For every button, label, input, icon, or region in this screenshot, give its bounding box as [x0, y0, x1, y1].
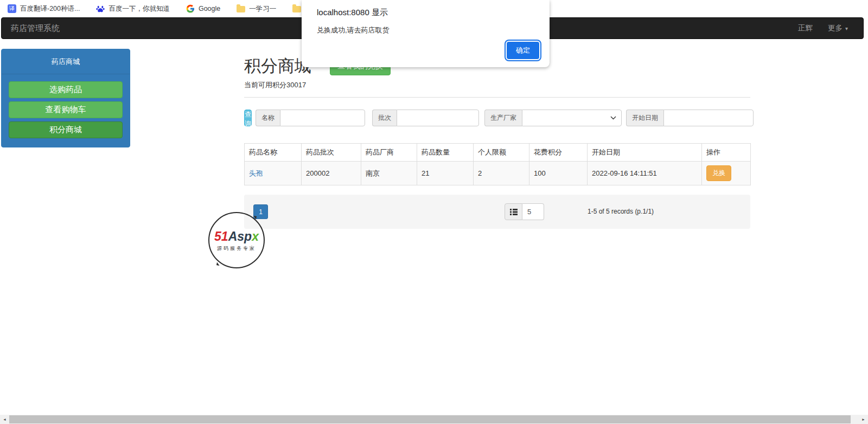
col-points-cost: 花费积分 [529, 144, 588, 162]
batch-filter-input[interactable] [397, 110, 479, 126]
alert-ok-button[interactable]: 确定 [507, 42, 539, 59]
name-filter-input[interactable] [280, 110, 365, 126]
folder-icon [292, 6, 301, 12]
alert-dialog-message: 兑换成功,请去药店取货 [317, 25, 539, 35]
bookmark-baidu-translate[interactable]: 译 百度翻译-200种语... [8, 4, 80, 14]
col-drug-name: 药品名称 [245, 144, 302, 162]
start-date-filter-label: 开始日期 [626, 110, 663, 126]
cell-batch: 200002 [302, 162, 361, 185]
navbar-username[interactable]: 正辉 [798, 23, 813, 33]
manufacturer-select[interactable] [522, 110, 622, 126]
sidebar-item-points-mall[interactable]: 积分商城 [9, 121, 123, 138]
app-title: 药店管理系统 [2, 23, 60, 34]
cell-limit: 2 [474, 162, 529, 185]
baidu-translate-icon: 译 [8, 4, 16, 13]
watermark-tagline: 源码服务专家 [214, 245, 259, 252]
records-summary: 1-5 of 5 records (p.1/1) [588, 208, 654, 215]
col-drug-qty: 药品数量 [417, 144, 474, 162]
cell-maker: 南京 [361, 162, 417, 185]
name-filter-label: 名称 [256, 110, 280, 126]
filter-bar: 查询 名称 批次 生产厂家 开始日期 [244, 110, 750, 126]
main-content: 积分商城 查看我的兑换 当前可用积分30017 查询 名称 批次 生产厂家 [244, 49, 750, 229]
sidebar-item-view-cart[interactable]: 查看购物车 [9, 101, 123, 118]
drug-name-link[interactable]: 头孢 [249, 169, 263, 177]
alert-dialog: localhost:8080 显示 兑换成功,请去药店取货 确定 [302, 0, 550, 67]
bookmark-baidu[interactable]: 百度一下，你就知道 [96, 4, 170, 14]
circle-arrow-icon [213, 262, 219, 268]
bookmark-google[interactable]: Google [186, 4, 220, 13]
scroll-right-arrow-icon[interactable]: ► [859, 415, 868, 424]
alert-dialog-title: localhost:8080 显示 [317, 8, 539, 18]
horizontal-scrollbar[interactable]: ◄ ► [0, 415, 868, 424]
page-size-input[interactable] [522, 203, 544, 220]
query-button[interactable]: 查询 [244, 110, 252, 126]
navbar-more-menu[interactable]: 更多 ▾ [828, 23, 848, 33]
col-drug-batch: 药品批次 [302, 144, 361, 162]
cell-qty: 21 [417, 162, 474, 185]
sidebar-panel: 药店商城 选购药品 查看购物车 积分商城 [1, 49, 130, 147]
sidebar-title: 药店商城 [2, 49, 130, 74]
batch-filter-label: 批次 [372, 110, 397, 126]
cell-points: 100 [529, 162, 588, 185]
exchange-button[interactable]: 兑换 [706, 165, 731, 181]
col-start-date: 开始日期 [588, 144, 702, 162]
51aspx-watermark: 51Aspx 源码服务专家 [207, 211, 266, 271]
watermark-brand: 51Aspx [214, 229, 259, 244]
scrollbar-thumb[interactable] [9, 415, 851, 423]
bookmark-folder-study[interactable]: 一学习一 [237, 4, 276, 14]
screen: 译 百度翻译-200种语... 百度一下，你就知道 [0, 0, 868, 424]
bookmark-label: 百度翻译-200种语... [20, 4, 80, 14]
navbar-more-label: 更多 [828, 23, 843, 33]
pagination-panel: 1 1-5 of 5 records (p.1/1) [244, 195, 750, 229]
table-row: 头孢 200002 南京 21 2 100 2022-09-16 14:11:5… [245, 162, 751, 185]
col-personal-limit: 个人限额 [474, 144, 529, 162]
drugs-table: 药品名称 药品批次 药品厂商 药品数量 个人限额 花费积分 开始日期 操作 头孢… [244, 143, 751, 185]
bookmark-label: 一学习一 [249, 4, 276, 14]
scroll-left-arrow-icon[interactable]: ◄ [0, 415, 9, 424]
bookmark-label: 百度一下，你就知道 [108, 4, 170, 14]
folder-icon [237, 6, 245, 12]
divider [244, 97, 750, 98]
available-points-text: 当前可用积分30017 [244, 80, 750, 90]
bookmark-label: Google [199, 5, 220, 12]
chevron-down-icon: ▾ [845, 25, 848, 31]
col-drug-maker: 药品厂商 [361, 144, 417, 162]
table-header-row: 药品名称 药品批次 药品厂商 药品数量 个人限额 花费积分 开始日期 操作 [245, 144, 751, 162]
col-actions: 操作 [702, 144, 751, 162]
baidu-paw-icon [96, 4, 105, 13]
cell-start-date: 2022-09-16 14:11:51 [588, 162, 702, 185]
manufacturer-filter-label: 生产厂家 [484, 110, 522, 126]
chevron-down-icon [610, 116, 616, 120]
page-size-list-icon[interactable] [505, 203, 522, 220]
sidebar-item-select-drugs[interactable]: 选购药品 [9, 81, 123, 98]
start-date-filter-input[interactable] [663, 110, 754, 126]
google-g-icon [186, 4, 195, 13]
